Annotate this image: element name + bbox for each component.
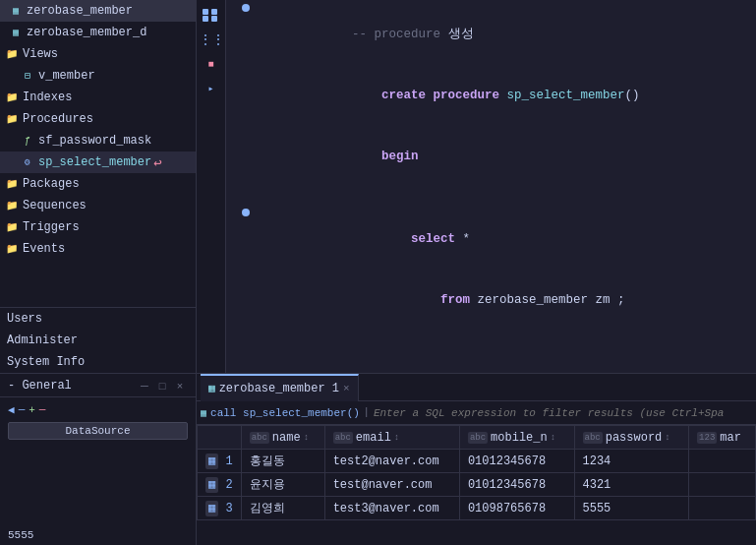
table-row: ▦ 3 김영희 test3@naver.com 01098765678 5555: [198, 497, 756, 520]
sidebar-item-sequences[interactable]: 📁 Sequences: [0, 195, 196, 216]
result-tab-zerobase[interactable]: ▦ zerobase_member 1 ×: [201, 374, 359, 401]
square-view-icon[interactable]: ■: [201, 53, 222, 75]
line-text: begin: [256, 126, 756, 187]
general-content: ◀ ─ + ─ DataSource: [0, 397, 196, 444]
line-text: select *: [256, 209, 756, 270]
sidebar-item-label: Sequences: [23, 199, 87, 212]
cell-email: test2@naver.com: [324, 450, 459, 473]
sql-call-text: call sp_select_member(): [210, 407, 360, 419]
sidebar-item-label: sf_password_mask: [38, 134, 151, 148]
sidebar-item-sp-select-member[interactable]: ⚙ sp_select_member ↩: [0, 151, 196, 173]
bottom-nav: 5555: [0, 525, 196, 545]
separator-icon: |: [364, 407, 370, 418]
col-type-123: 123: [697, 432, 717, 444]
general-title: - General: [8, 379, 72, 393]
sidebar-item-sf-password-mask[interactable]: ƒ sf_password_mask: [0, 130, 196, 151]
sidebar-item-events[interactable]: 📁 Events: [0, 238, 196, 260]
restore-button[interactable]: □: [154, 378, 170, 394]
sort-icon[interactable]: ↕: [551, 433, 555, 443]
code-editor[interactable]: -- procedure 생성 create procedure sp_sele…: [226, 0, 756, 373]
general-panel: - General ─ □ × ◀ ─ + ─ DataSource 5555: [0, 374, 197, 545]
code-line: create procedure sp_select_member(): [226, 65, 756, 126]
line-text: [256, 187, 756, 209]
code-line: end;: [226, 352, 756, 373]
sidebar-item-label: Administer: [7, 333, 78, 347]
col-header-email[interactable]: abc email ↕: [324, 426, 459, 450]
sidebar-item-zerobase-member[interactable]: ▦ zerobase_member: [0, 0, 196, 22]
func-icon: ƒ: [20, 133, 35, 149]
col-name-label: name: [272, 431, 301, 445]
bottom-layout: - General ─ □ × ◀ ─ + ─ DataSource 5555: [0, 374, 756, 545]
sidebar-item-system-info[interactable]: System Info: [0, 351, 196, 373]
filter-input[interactable]: [374, 407, 752, 419]
sort-icon[interactable]: ↕: [304, 433, 309, 443]
editor-container: ⋮⋮ ■ ▸ -- procedure 생성: [197, 0, 756, 373]
sidebar-item-users[interactable]: Users: [0, 308, 196, 330]
sidebar-item-label: zerobase_member_d: [27, 26, 146, 39]
cell-email: test@naver.com: [324, 473, 459, 497]
line-text: -- procedure 생성: [256, 4, 756, 65]
folder-icon: 📁: [4, 219, 20, 235]
data-table: abc name ↕ abc email ↕: [197, 425, 756, 520]
sort-icon[interactable]: ↕: [394, 433, 399, 443]
sidebar-item-label: System Info: [7, 355, 85, 369]
close-button[interactable]: ×: [172, 378, 188, 394]
gutter: [226, 4, 256, 12]
col-header-password[interactable]: abc password ↕: [574, 426, 689, 450]
proc-icon: ⚙: [20, 154, 35, 170]
col-type-abc: abc: [333, 432, 353, 444]
datasource-button[interactable]: DataSource: [8, 422, 188, 440]
row-icon: ▦: [205, 501, 218, 516]
gutter-dot: [242, 209, 250, 216]
line-text: from zerobase_member zm ;: [256, 270, 756, 331]
line-text: [256, 331, 756, 352]
row-num: ▦ 2: [198, 473, 242, 497]
sidebar-item-procedures[interactable]: 📁 Procedures: [0, 108, 196, 130]
code-content: -- procedure 생성 create procedure sp_sele…: [226, 0, 756, 373]
col-type-abc: abc: [583, 432, 603, 444]
sidebar-item-indexes[interactable]: 📁 Indexes: [0, 87, 196, 108]
sidebar-item-label: Users: [7, 312, 42, 326]
sidebar-item-v-member[interactable]: ⊟ v_member: [0, 65, 196, 87]
sidebar-item-packages[interactable]: 📁 Packages: [0, 173, 196, 195]
data-table-container: abc name ↕ abc email ↕: [197, 425, 756, 545]
code-line: select *: [226, 209, 756, 270]
code-line: [226, 187, 756, 209]
sidebar-item-administer[interactable]: Administer: [0, 330, 196, 351]
col-header-mobile[interactable]: abc mobile_n ↕: [459, 426, 574, 450]
table-icon: ▦: [8, 3, 24, 19]
general-controls: ─ □ ×: [137, 378, 188, 394]
tab-close-icon[interactable]: ×: [343, 383, 350, 394]
code-line: from zerobase_member zm ;: [226, 270, 756, 331]
sort-icon[interactable]: ↕: [665, 433, 669, 443]
sidebar-item-views[interactable]: 📁 Views: [0, 43, 196, 65]
sidebar-item-label: zerobase_member: [27, 4, 133, 18]
col-mobile-label: mobile_n: [491, 431, 548, 445]
minimize-button[interactable]: ─: [137, 378, 152, 394]
sidebar-item-label: Packages: [23, 177, 80, 191]
cell-mar: [689, 450, 756, 473]
nav-icon-bar: ⋮⋮ ■ ▸: [197, 0, 226, 373]
row-num: ▦ 1: [198, 450, 242, 473]
sidebar-item-label: sp_select_member: [38, 155, 151, 169]
col-header-name[interactable]: abc name ↕: [241, 426, 324, 450]
dots-view-icon[interactable]: ⋮⋮: [201, 29, 222, 50]
sidebar-item-label: Events: [23, 242, 65, 256]
status-text: 5555: [8, 529, 188, 541]
folder-icon: 📁: [4, 241, 20, 257]
folder-open-icon: 📁: [4, 46, 20, 62]
col-header-mar[interactable]: 123 mar: [689, 426, 756, 450]
folder-icon: 📁: [4, 198, 20, 213]
sidebar-item-triggers[interactable]: 📁 Triggers: [0, 216, 196, 238]
arrow-marker: ↩: [153, 154, 161, 171]
table-icon: ▦: [8, 25, 24, 40]
left-arrow-icon: ◀: [8, 403, 15, 416]
folder-open-icon: 📁: [4, 111, 20, 127]
arrow-view-icon[interactable]: ▸: [201, 78, 222, 99]
sidebar-item-zerobase-member-d[interactable]: ▦ zerobase_member_d: [0, 22, 196, 43]
row-num: ▦ 3: [198, 497, 242, 520]
grid-view-icon[interactable]: [201, 4, 222, 26]
folder-icon: 📁: [4, 90, 20, 105]
gutter-dot: [242, 4, 250, 12]
folder-icon: 📁: [4, 176, 20, 192]
